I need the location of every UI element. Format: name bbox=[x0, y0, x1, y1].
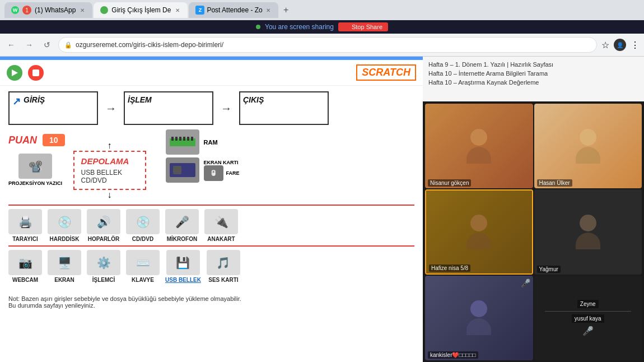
ekran-icon: 🖥️ bbox=[48, 250, 81, 275]
name-yagmur: Yağmur bbox=[537, 266, 561, 273]
tab-webpage[interactable]: Giriş Çıkış İşlem De ✕ bbox=[94, 2, 188, 18]
islem-box: İŞLEM bbox=[124, 91, 213, 125]
ekran-device: 🖥️ EKRAN bbox=[48, 250, 81, 283]
stop-share-label: Stop Share bbox=[352, 24, 382, 30]
anakart-icon: 🔌 bbox=[204, 209, 238, 234]
screen-share-text: You are screen sharing bbox=[265, 23, 334, 31]
stop-share-button[interactable]: Stop Share bbox=[338, 22, 388, 31]
tarayici-label: TARAYICI bbox=[12, 236, 38, 242]
name-nisanur: Nisanur gökçen bbox=[428, 179, 471, 187]
svg-rect-3 bbox=[175, 137, 178, 141]
webcam-label: WEBCAM bbox=[12, 277, 38, 283]
stop-scratch-button[interactable] bbox=[28, 65, 44, 81]
diagram-area: ↗ GİRİŞ → İŞLEM → ÇIKIŞ PUAN 1 bbox=[0, 86, 423, 291]
puan-value: 10 bbox=[43, 134, 65, 146]
svg-rect-7 bbox=[191, 137, 193, 141]
svg-rect-6 bbox=[187, 137, 189, 141]
cddvd-icon: 💿 bbox=[126, 209, 160, 234]
video-cell-zeyne-yusuf: Zeyne yusuf kaya 🎤 bbox=[534, 276, 642, 360]
video-panel: Hafta 9 – 1. Dönem 1. Yazılı | Hazırlık … bbox=[423, 57, 644, 362]
url-text: ozgurseremet.com/giris-cikis-islem-depo-… bbox=[76, 41, 223, 49]
menu-icon[interactable]: ⋮ bbox=[631, 40, 640, 50]
scratch-toolbar: SCRATCH bbox=[0, 60, 423, 86]
mute-icon-yusuf: 🎤 bbox=[582, 326, 594, 336]
bottom-note: Not: Bazen aşırı girişler sebebiyle ve d… bbox=[0, 291, 423, 313]
giris-label: GİRİŞ bbox=[24, 95, 45, 104]
video-thumb-hafize bbox=[426, 191, 532, 273]
ekran-karti-label: EKRAN KARTI bbox=[204, 160, 240, 165]
tab-zoom[interactable]: Z Post Attendee - Zo ✕ bbox=[189, 2, 278, 18]
tab-whatsapp[interactable]: W 1 (1) WhatsApp ✕ bbox=[4, 2, 92, 18]
tab-whatsapp-label: (1) WhatsApp bbox=[35, 6, 76, 14]
depolama-arrow: ↑ DEPOLAMA USB BELLEK CD/DVD ↓ bbox=[73, 141, 146, 200]
sidebar-item-0[interactable]: Hafta 9 – 1. Dönem 1. Yazılı | Hazırlık … bbox=[428, 60, 638, 69]
cikis-label: ÇIKIŞ bbox=[243, 95, 264, 104]
arrow-giris-islem: → bbox=[101, 102, 121, 115]
cikis-box: ÇIKIŞ bbox=[239, 91, 329, 125]
islem-label: İŞLEM bbox=[128, 95, 152, 104]
puan-label: PUAN bbox=[8, 134, 37, 146]
name-yusuf: yusuf kaya bbox=[572, 314, 604, 323]
account-icon[interactable]: 👤 bbox=[614, 39, 626, 51]
harddisk-icon: 💿 bbox=[48, 209, 81, 234]
green-flag-button[interactable] bbox=[7, 65, 22, 81]
person-hasan bbox=[576, 129, 600, 164]
bottom-note-line1: Not: Bazen aşırı girişler sebebiyle ve d… bbox=[8, 295, 414, 302]
sidebar-item-2[interactable]: Hafta 10 – Araştırma Kaynak Değerleme bbox=[428, 78, 638, 87]
ses-karti-label: SES KARTI bbox=[208, 277, 238, 283]
klavye-label: KLAVYE bbox=[132, 277, 154, 283]
new-tab-button[interactable]: + bbox=[279, 3, 293, 17]
usb-bellek-icon: 💾 bbox=[166, 250, 200, 275]
webcam-icon: 📷 bbox=[8, 250, 42, 275]
hoparlor-icon: 🔊 bbox=[87, 209, 120, 234]
islemci-label: İŞLEMCİ bbox=[92, 277, 115, 283]
giris-box: ↗ GİRİŞ bbox=[8, 91, 98, 125]
ram-section: RAM EKRAN KARTI 🖱️ bbox=[166, 129, 240, 183]
name-kankisler: kankisler❤️□□□□□ bbox=[428, 351, 478, 359]
cddvd-device: 💿 CD/DVD bbox=[126, 209, 160, 242]
video-cell-hafize: Hafize nisa 5/8 bbox=[425, 189, 533, 274]
tab-close-whatsapp[interactable]: ✕ bbox=[79, 6, 86, 15]
refresh-button[interactable]: ↺ bbox=[40, 38, 54, 52]
mikrofon-label: MİKROFON bbox=[167, 236, 197, 242]
projeksiyon-device: 📽️ PROJEKSİYON YAZICI bbox=[8, 154, 62, 186]
bottom-note-line2: Bu durumda sayfayı yenileyiniz. bbox=[8, 302, 414, 309]
mikrofon-icon: 🎤 bbox=[165, 209, 199, 234]
scratch-label: SCRATCH bbox=[356, 64, 416, 81]
browser-actions: ☆ 👤 ⋮ bbox=[601, 39, 640, 51]
red-divider-1 bbox=[8, 205, 414, 206]
name-hasan: Hasan Ülker bbox=[537, 179, 572, 187]
tarayici-device: 🖨️ TARAYICI bbox=[8, 209, 42, 242]
tarayici-icon: 🖨️ bbox=[8, 209, 42, 234]
address-bar[interactable]: 🔒 ozgurseremet.com/giris-cikis-islem-dep… bbox=[58, 37, 597, 53]
ekran-fare-labels: EKRAN KARTI 🖱️ FARE bbox=[204, 160, 240, 181]
browser-chrome: W 1 (1) WhatsApp ✕ Giriş Çıkış İşlem De … bbox=[0, 0, 644, 57]
arrow-islem-cikis: → bbox=[216, 102, 236, 115]
screen-share-bar: You are screen sharing Stop Share bbox=[0, 20, 644, 34]
back-button[interactable]: ← bbox=[4, 38, 18, 52]
tab-zoom-label: Post Attendee - Zo bbox=[207, 6, 262, 14]
video-thumb-yagmur bbox=[534, 189, 642, 274]
tab-close-webpage[interactable]: ✕ bbox=[174, 6, 181, 15]
zoom-icon: Z bbox=[195, 6, 204, 15]
hoparlor-label: HOPARLÖR bbox=[88, 236, 119, 242]
tab-close-zoom[interactable]: ✕ bbox=[265, 6, 272, 15]
person-nisanur bbox=[466, 129, 491, 164]
forward-button[interactable]: → bbox=[22, 38, 36, 52]
tab-bar: W 1 (1) WhatsApp ✕ Giriş Çıkış İşlem De … bbox=[0, 0, 644, 20]
cddvd-label: CD/DVD bbox=[132, 236, 153, 242]
sidebar-list: Hafta 9 – 1. Dönem 1. Yazılı | Hazırlık … bbox=[423, 57, 644, 101]
harddisk-device: 💿 HARDDİSK bbox=[48, 209, 81, 242]
depolama-box: DEPOLAMA USB BELLEK CD/DVD bbox=[73, 151, 146, 190]
puan-row: PUAN 10 bbox=[8, 134, 65, 146]
webpage-favicon bbox=[100, 6, 108, 14]
usb-bellek-label: USB BELLEK bbox=[165, 277, 201, 283]
address-bar-row: ← → ↺ 🔒 ozgurseremet.com/giris-cikis-isl… bbox=[0, 34, 644, 56]
person-yagmur bbox=[576, 215, 600, 249]
video-thumb-kankisler bbox=[425, 276, 533, 360]
sidebar-item-1[interactable]: Hafta 10 – İnternette Arama Bilgileri Ta… bbox=[428, 69, 638, 78]
islemci-device: ⚙️ İŞLEMCİ bbox=[87, 250, 120, 283]
video-thumb-nisanur bbox=[425, 104, 533, 188]
bookmark-icon[interactable]: ☆ bbox=[601, 40, 609, 50]
depolama-title: DEPOLAMA bbox=[81, 156, 138, 166]
